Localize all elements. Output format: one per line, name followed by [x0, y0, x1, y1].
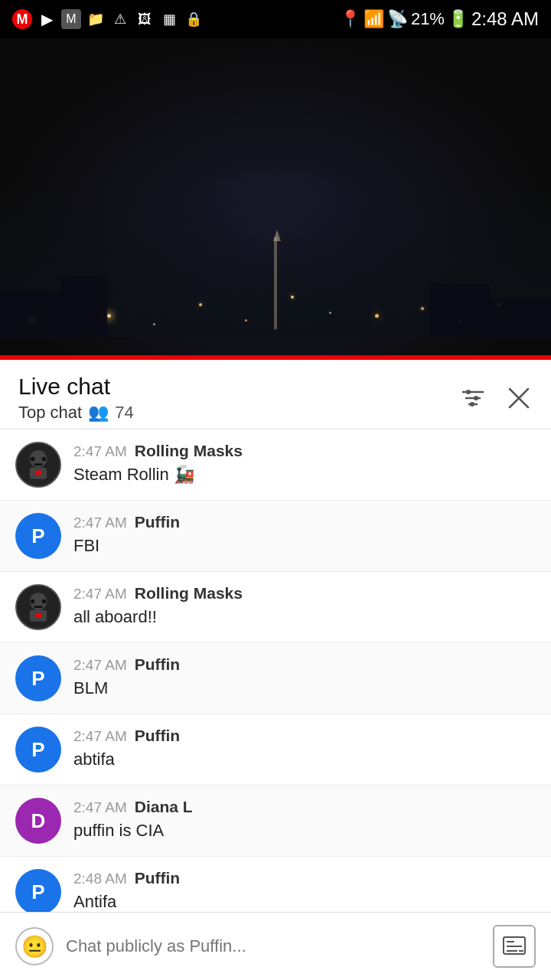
message-meta: 2:47 AM Puffin	[73, 655, 536, 674]
svg-rect-13	[34, 463, 42, 466]
status-icon-warning: ⚠	[110, 9, 130, 29]
message-author: Rolling Masks	[135, 584, 243, 603]
message-text: puffin is CIA	[73, 819, 536, 843]
status-icon-m2: M	[61, 9, 81, 29]
send-button[interactable]	[493, 925, 536, 968]
video-background	[0, 38, 551, 360]
message-text: Steam Rollin 🚂	[73, 463, 536, 487]
message-time: 2:47 AM	[73, 799, 127, 816]
svg-rect-21	[34, 606, 42, 608]
video-player[interactable]	[0, 38, 551, 360]
chat-subtitle-row: Top chat 👥 74	[18, 403, 134, 423]
status-bar: M ▶ M 📁 ⚠ 🖼 ▦ 🔒 📍 📶 📡 21% 🔋 2:48 AM	[0, 0, 551, 38]
message-content: 2:48 AM Puffin Antifa	[73, 869, 536, 914]
message-meta: 2:47 AM Diana L	[73, 798, 536, 816]
status-left-icons: M ▶ M 📁 ⚠ 🖼 ▦ 🔒	[12, 9, 204, 29]
status-wifi-icon: 📶	[364, 9, 384, 29]
red-progress-bar	[0, 355, 551, 360]
message-text: BLM	[73, 677, 536, 701]
svg-point-20	[42, 599, 47, 604]
chat-messages-list: 2:47 AM Rolling Masks Steam Rollin 🚂 P 2…	[0, 430, 551, 980]
status-icon-folder: 📁	[86, 9, 106, 29]
svg-point-4	[474, 396, 478, 400]
message-author: Diana L	[135, 798, 193, 816]
avatar	[15, 584, 61, 630]
viewer-count: 74	[115, 403, 133, 423]
message-content: 2:47 AM Puffin abtifa	[73, 727, 536, 772]
message-text: all aboard!!	[73, 606, 536, 629]
chat-header: Live chat Top chat 👥 74	[0, 360, 551, 429]
message-time: 2:47 AM	[73, 443, 127, 460]
status-icon-m: M	[12, 9, 32, 29]
table-row: P 2:47 AM Puffin abtifa	[0, 714, 551, 786]
message-author: Puffin	[135, 727, 180, 745]
top-chat-label[interactable]: Top chat	[18, 403, 82, 423]
message-author: Puffin	[135, 869, 180, 887]
viewer-count-icon: 👥	[88, 403, 109, 423]
status-icon-youtube: ▶	[37, 9, 57, 29]
status-battery-icon: 🔋	[448, 9, 468, 29]
status-icon-image: 🖼	[135, 9, 155, 29]
message-content: 2:47 AM Diana L puffin is CIA	[73, 798, 536, 843]
table-row: D 2:47 AM Diana L puffin is CIA	[0, 786, 551, 857]
message-time: 2:47 AM	[73, 728, 127, 745]
svg-point-19	[31, 599, 35, 604]
avatar: D	[15, 798, 61, 844]
svg-rect-15	[38, 470, 41, 475]
message-author: Rolling Masks	[135, 442, 243, 460]
svg-rect-14	[35, 470, 38, 475]
message-meta: 2:47 AM Rolling Masks	[73, 442, 536, 460]
avatar: P	[15, 869, 61, 915]
chat-header-right	[459, 384, 533, 412]
svg-point-12	[42, 457, 47, 462]
svg-point-11	[31, 457, 35, 462]
status-location-icon: 📍	[340, 9, 360, 29]
emoji-icon: 😐	[21, 934, 48, 959]
message-text: Antifa	[73, 890, 536, 914]
live-chat-container: Live chat Top chat 👥 74	[0, 360, 551, 980]
message-author: Puffin	[135, 513, 180, 531]
close-button[interactable]	[505, 384, 533, 412]
message-content: 2:47 AM Rolling Masks Steam Rollin 🚂	[73, 442, 536, 487]
message-time: 2:47 AM	[73, 586, 127, 603]
svg-point-3	[466, 390, 471, 394]
message-author: Puffin	[135, 655, 180, 674]
status-battery-percent: 21%	[411, 9, 445, 29]
table-row: 2:47 AM Rolling Masks Steam Rollin 🚂	[0, 430, 551, 501]
message-text: FBI	[73, 534, 536, 558]
message-content: 2:47 AM Puffin BLM	[73, 655, 536, 701]
chat-input-bar: 😐	[0, 912, 551, 980]
svg-point-5	[470, 402, 474, 407]
status-time: 2:48 AM	[471, 8, 539, 30]
message-meta: 2:47 AM Puffin	[73, 513, 536, 531]
svg-rect-22	[35, 612, 38, 617]
message-time: 2:47 AM	[73, 657, 127, 674]
message-meta: 2:47 AM Rolling Masks	[73, 584, 536, 603]
chat-header-left: Live chat Top chat 👥 74	[18, 374, 134, 423]
avatar: P	[15, 727, 61, 773]
status-signal-icon: 📡	[387, 9, 408, 29]
message-content: 2:47 AM Puffin FBI	[73, 513, 536, 558]
chat-title: Live chat	[18, 374, 134, 400]
table-row: P 2:47 AM Puffin BLM	[0, 643, 551, 714]
avatar: P	[15, 513, 61, 559]
message-content: 2:47 AM Rolling Masks all aboard!!	[73, 584, 536, 629]
message-time: 2:47 AM	[73, 514, 127, 531]
message-meta: 2:47 AM Puffin	[73, 727, 536, 745]
message-meta: 2:48 AM Puffin	[73, 869, 536, 887]
avatar	[15, 442, 61, 488]
message-time: 2:48 AM	[73, 871, 127, 887]
emoji-button[interactable]: 😐	[15, 927, 54, 965]
filter-button[interactable]	[459, 384, 487, 412]
status-icon-lock: 🔒	[184, 9, 204, 29]
avatar: P	[15, 655, 61, 701]
message-text: abtifa	[73, 748, 536, 772]
status-icon-grid: ▦	[159, 9, 179, 29]
svg-rect-23	[38, 612, 41, 617]
table-row: 2:47 AM Rolling Masks all aboard!!	[0, 572, 551, 643]
table-row: P 2:47 AM Puffin FBI	[0, 501, 551, 572]
chat-input[interactable]	[66, 936, 481, 956]
status-right-info: 📍 📶 📡 21% 🔋 2:48 AM	[340, 8, 539, 30]
